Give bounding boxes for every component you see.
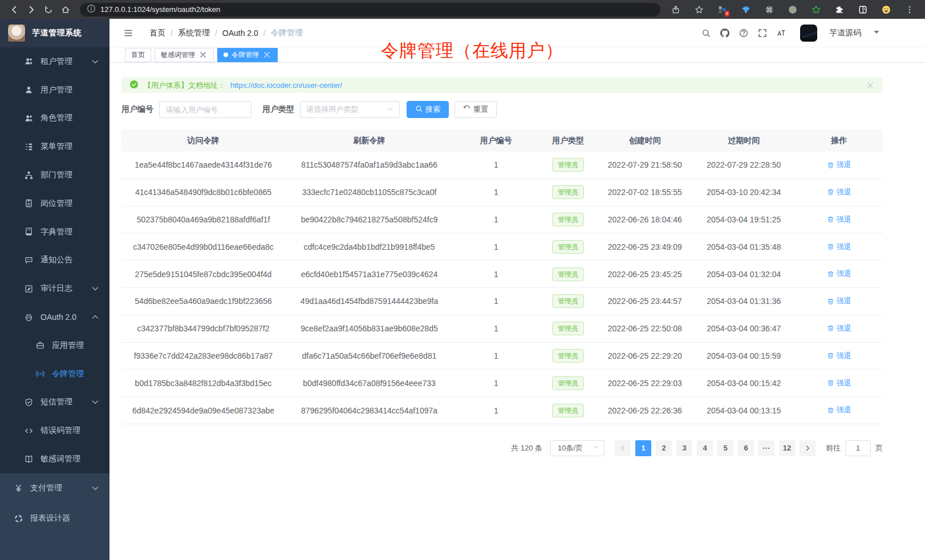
prev-page-button[interactable] [615,440,631,456]
access-cell: 1ea5e44f8bc1467aaede43144f31de76 [121,160,285,169]
star-icon [695,5,704,14]
force-logout-button[interactable]: 强退 [827,187,851,197]
sidebar-item-open-book[interactable]: 敏感词管理 [0,445,109,473]
next-page-button[interactable] [800,440,816,456]
sidebar-item-dictionary[interactable]: 字典管理 [0,218,109,246]
extension-star[interactable] [692,2,707,17]
page-button-1[interactable]: 1 [635,440,651,456]
sidebar-item-users[interactable]: 租户管理 [0,47,109,76]
extension-command-circle[interactable] [762,2,777,17]
browser-menu-icon[interactable] [902,2,917,17]
extension-green-star[interactable] [809,2,823,17]
tab-close-icon[interactable] [198,50,208,59]
user-id-input[interactable] [159,101,251,118]
tab-2[interactable]: 敏感词管理 [155,48,214,62]
user_id-cell: 1 [453,324,539,333]
user-id-label: 用户编号 [121,104,153,115]
user_id-cell: 1 [453,351,539,360]
address-bar[interactable]: 127.0.0.1:1024/system/oauth2/token [80,3,660,17]
force-logout-button[interactable]: 强退 [827,351,851,361]
force-logout-label: 强退 [837,160,851,170]
page-button-12[interactable]: 12 [779,440,795,456]
force-logout-button[interactable]: 强退 [827,323,851,334]
sidebar-item-robot[interactable]: OAuth 2.0 [0,303,109,331]
sidebar-item-badge[interactable]: 岗位管理 [0,189,109,218]
sidebar-item-tree-menu[interactable]: 菜单管理 [0,132,109,161]
tab-3[interactable]: 令牌管理 [217,48,278,62]
navbar-font-size-icon[interactable] [777,29,786,38]
breadcrumb-item[interactable]: OAuth 2.0 [222,29,258,38]
sidebar-item-code[interactable]: 错误码管理 [0,416,109,445]
tab-close-icon[interactable] [262,50,271,59]
sidebar-item-report-designer[interactable]: 报表设计器 [0,504,109,534]
breadcrumb-item[interactable]: 系统管理 [178,28,210,38]
page-content: 【用户体系】文档地址： https://doc.iocoder.cn/user-… [109,63,925,456]
force-logout-button[interactable]: 强退 [827,296,851,306]
tab-label: 首页 [131,50,145,60]
chevron-down-icon [91,484,100,493]
browser-home-button[interactable] [58,2,73,17]
sidebar-item-shield-check[interactable]: 短信管理 [0,388,109,417]
extension-puzzle[interactable] [832,2,847,17]
sidebar-item-users[interactable]: 角色管理 [0,104,109,133]
hamburger-icon[interactable] [124,29,133,38]
browser-forward-button[interactable] [24,2,39,17]
extension-reading-list[interactable] [855,2,870,17]
force-logout-button[interactable]: 强退 [827,242,851,252]
share-icon [671,5,680,14]
page-button-3[interactable]: 3 [676,440,692,456]
sidebar-item-app-briefcase[interactable]: 应用管理 [0,331,109,360]
force-logout-button[interactable]: 强退 [827,160,851,170]
page-size-select[interactable]: 10条/页 [550,440,605,456]
page-button-2[interactable]: 2 [656,440,672,456]
back-icon [10,5,19,14]
navbar-fullscreen-icon[interactable] [758,29,767,38]
access-cell: f9336e7c7dd242a283ee98dc86b17a87 [121,351,285,360]
extension-share[interactable] [668,2,683,17]
force-logout-button[interactable]: 强退 [827,269,851,279]
extension-gem[interactable] [739,2,753,17]
page-button-4[interactable]: 4 [697,440,713,456]
green-star-icon [812,5,821,14]
goto-page-input[interactable] [845,440,871,456]
browser-back-button[interactable] [7,2,22,17]
user-type-select[interactable]: 请选择用户类型 [300,101,400,118]
extension-emoji[interactable] [879,2,894,17]
force-logout-button[interactable]: 强退 [827,378,851,388]
sidebar-item-label: 应用管理 [52,340,84,351]
trash-icon [827,298,834,305]
force-logout-button[interactable]: 强退 [827,405,851,415]
table-row: 6d842e2924594de9a09e45e087323abe8796295f… [121,397,883,424]
user-type-badge: 管理员 [552,267,584,281]
sidebar-item-yen[interactable]: 支付管理 [0,473,109,504]
search-button[interactable]: 搜索 [407,101,449,118]
user-type-cell: 管理员 [539,404,598,417]
site-info-icon[interactable] [87,4,96,15]
operation-cell: 强退 [795,242,883,253]
browser-reload-button[interactable] [41,2,56,17]
sidebar-item-token-signal[interactable]: 令牌管理 [0,360,109,388]
chevron-left-icon [619,445,626,452]
sidebar-item-org-tree[interactable]: 部门管理 [0,161,109,189]
alert-close-icon[interactable] [866,81,875,90]
sidebar-item-message[interactable]: 通知公告 [0,246,109,275]
extension-ext-blocks[interactable]: 9 [715,2,730,17]
navbar-question-icon[interactable] [739,29,748,38]
user-avatar[interactable] [800,25,817,42]
force-logout-button[interactable]: 强退 [827,214,851,225]
sidebar-item-audit-log[interactable]: 审计日志 [0,274,109,303]
doc-link[interactable]: https://doc.iocoder.cn/user-center/ [230,81,342,90]
page-button-5[interactable]: 5 [717,440,733,456]
more-pages-button[interactable]: ··· [758,440,774,456]
breadcrumb-item[interactable]: 首页 [149,28,165,38]
force-logout-label: 强退 [837,323,851,334]
user-type-badge: 管理员 [552,404,584,417]
navbar-search-icon[interactable] [701,29,711,38]
navbar-github-icon[interactable] [720,29,729,38]
user-menu-caret-icon[interactable] [872,27,881,38]
extension-record-circle[interactable] [785,2,800,17]
page-button-6[interactable]: 6 [738,440,754,456]
reset-button[interactable]: 重置 [455,101,497,118]
tab-1[interactable]: 首页 [125,48,151,62]
sidebar-item-user[interactable]: 用户管理 [0,76,109,104]
